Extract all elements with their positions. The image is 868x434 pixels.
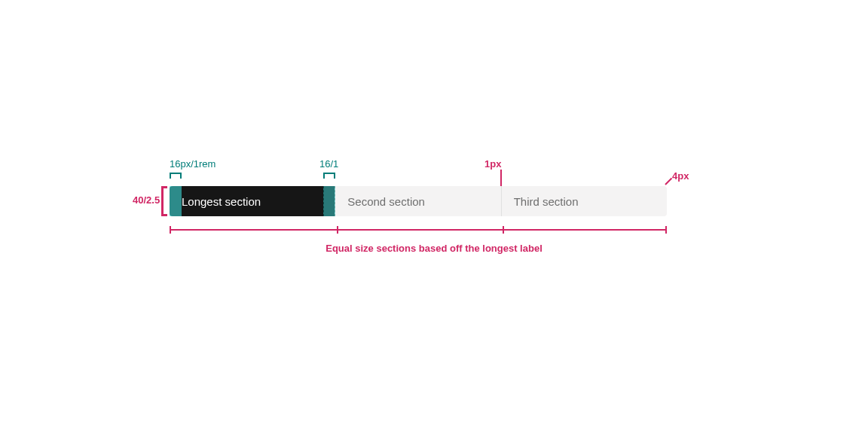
equal-sections-ruler [170, 226, 667, 234]
segment-label: Third section [514, 195, 579, 208]
padding-fill-right [323, 186, 335, 216]
padding-left-label: 16px/1rem [170, 158, 215, 170]
caption-label: Equal size sections based off the longes… [0, 243, 868, 254]
divider-pointer [500, 170, 502, 186]
ruler-tick [503, 226, 504, 234]
padding-fill-left [170, 186, 182, 216]
padding-left-bracket [170, 173, 182, 179]
height-label: 40/2.5 [133, 194, 160, 206]
divider-width-label: 1px [484, 158, 501, 170]
ruler-tick [337, 226, 338, 234]
segment-1[interactable]: Longest section [170, 186, 335, 216]
padding-right-bracket [323, 173, 335, 179]
radius-pointer-line [665, 178, 672, 185]
content-switcher: Longest section Second section Third sec… [170, 186, 667, 216]
segment-3[interactable]: Third section [501, 186, 667, 216]
segment-label: Second section [347, 195, 425, 208]
height-bracket [161, 186, 167, 216]
padding-right-label: 16/1 [319, 158, 338, 170]
spec-diagram: 16px/1rem 16/1 1px 4px 40/2.5 Equal size… [0, 0, 868, 434]
segment-label: Longest section [182, 195, 261, 208]
corner-radius-label: 4px [672, 170, 689, 182]
segment-2[interactable]: Second section [335, 186, 500, 216]
